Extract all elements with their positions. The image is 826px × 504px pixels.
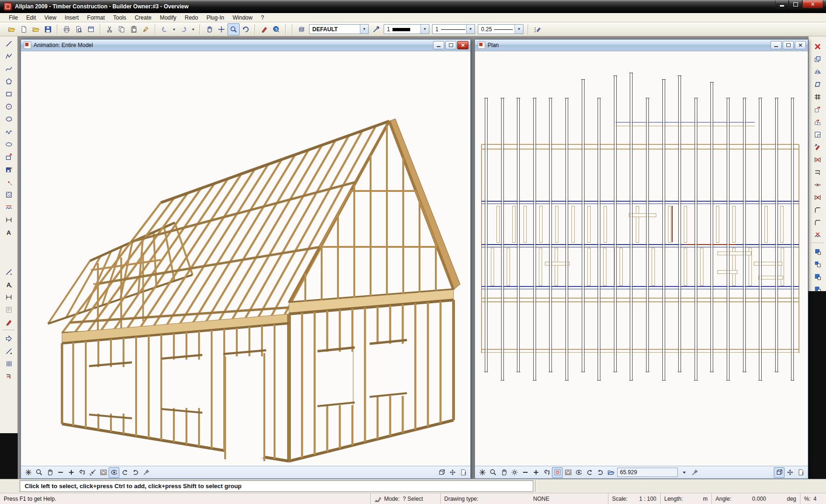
layers-icon[interactable]	[296, 23, 308, 35]
zoom-out-icon[interactable]	[520, 467, 530, 478]
stretch-line-icon[interactable]	[2, 345, 15, 357]
zoom-section-icon[interactable]	[488, 467, 498, 478]
page-arrange-icon[interactable]	[458, 467, 468, 478]
viewbox-icon[interactable]	[436, 467, 447, 478]
cut-icon[interactable]	[103, 23, 116, 35]
menu-tools[interactable]: Tools	[109, 14, 131, 22]
drawing-layout-icon[interactable]	[2, 303, 15, 316]
move-rect-icon[interactable]	[811, 103, 824, 116]
window-frame-icon[interactable]	[85, 23, 97, 35]
polyline-icon[interactable]	[2, 50, 15, 62]
point-icon[interactable]	[2, 176, 15, 188]
viewbox-icon[interactable]	[774, 467, 785, 478]
rotate-view-icon[interactable]	[240, 23, 252, 35]
redo-icon[interactable]	[178, 23, 190, 35]
spline-icon[interactable]	[2, 62, 15, 75]
menu-modify[interactable]: Modify	[156, 14, 180, 22]
dimension-icon[interactable]	[2, 213, 15, 226]
page-arrange-icon[interactable]	[795, 467, 806, 478]
menu-[interactable]: ?	[257, 14, 268, 22]
pan-icon[interactable]	[203, 23, 215, 35]
stretch-icon[interactable]	[811, 153, 824, 166]
zoom-icon[interactable]	[227, 23, 240, 35]
menu-view[interactable]: View	[40, 14, 61, 22]
delete-icon[interactable]	[811, 40, 824, 53]
move-element-icon[interactable]	[2, 332, 15, 345]
cloud-icon[interactable]	[2, 113, 15, 125]
menu-plugin[interactable]: Plug-In	[202, 14, 228, 22]
copy-icon[interactable]	[116, 23, 128, 35]
array-icon[interactable]	[811, 90, 824, 103]
rectangle-icon[interactable]	[2, 88, 15, 100]
parallel-icon[interactable]	[811, 166, 824, 178]
freehand-icon[interactable]	[2, 125, 15, 138]
open-folder-icon[interactable]	[30, 23, 42, 35]
animation-close-button[interactable]: ✕	[457, 41, 468, 49]
zoom-all-icon[interactable]	[87, 467, 98, 478]
zoom-in-icon[interactable]	[530, 467, 541, 478]
orbit-icon[interactable]	[109, 467, 119, 478]
undo-view-icon[interactable]	[584, 467, 595, 478]
new-document-icon[interactable]	[18, 23, 30, 35]
menu-redo[interactable]: Redo	[180, 14, 202, 22]
animation-restore-button[interactable]	[445, 41, 456, 49]
pen-red-icon[interactable]	[258, 23, 270, 35]
copy-element-icon[interactable]	[811, 53, 824, 65]
copy-rect-icon[interactable]	[811, 116, 824, 128]
projection-icon[interactable]	[98, 467, 109, 478]
import-symbol-icon[interactable]	[2, 150, 15, 163]
fillet-icon[interactable]	[811, 204, 824, 216]
zoom-in-icon[interactable]	[66, 467, 76, 478]
plan-window-titlebar[interactable]: Plan ✕	[475, 40, 808, 51]
redo-view-icon[interactable]	[595, 467, 606, 478]
status-scale[interactable]: Scale: 1 : 100	[608, 493, 660, 504]
previous-view-icon[interactable]	[76, 467, 87, 478]
draw-line-icon[interactable]	[2, 266, 15, 278]
hatch-icon[interactable]	[2, 188, 15, 201]
pen-thickness-select[interactable]: 1▼	[384, 24, 429, 34]
polygon-icon[interactable]	[2, 75, 15, 88]
axes-icon[interactable]	[447, 467, 458, 478]
pen-assign-icon[interactable]	[531, 23, 544, 35]
divide-icon[interactable]	[811, 178, 824, 191]
menu-file[interactable]: File	[5, 14, 22, 22]
pin-icon[interactable]	[689, 467, 700, 478]
line-type-select[interactable]: 1▼	[432, 24, 475, 34]
pattern-line-icon[interactable]	[2, 201, 15, 213]
save-symbol-icon[interactable]	[2, 163, 15, 176]
open-project-icon[interactable]	[6, 23, 18, 35]
paste-icon[interactable]	[128, 23, 140, 35]
region-icon[interactable]	[811, 128, 824, 141]
previous-view-icon[interactable]	[541, 467, 552, 478]
restore-button[interactable]	[789, 0, 802, 8]
brightness-icon[interactable]	[509, 467, 520, 478]
crosshair-icon[interactable]	[215, 23, 227, 35]
mirror-icon[interactable]	[811, 65, 824, 78]
zoom-out-icon[interactable]	[55, 467, 66, 478]
minimize-button[interactable]	[775, 0, 789, 8]
pen-width-select[interactable]: 0.25▼	[478, 24, 523, 34]
plan-minimize-button[interactable]	[771, 41, 782, 49]
animation-window-titlebar[interactable]: Animation: Entire Model ✕	[21, 40, 470, 51]
menu-create[interactable]: Create	[131, 14, 156, 22]
pen-modify-icon[interactable]	[2, 316, 15, 328]
status-angle[interactable]: Angle: 0.000 deg	[711, 493, 800, 504]
undo-view-icon[interactable]	[119, 467, 130, 478]
save-icon[interactable]	[42, 23, 54, 35]
multiple-lines-icon[interactable]	[2, 357, 15, 370]
layer-select[interactable]: DEFAULT▼	[309, 24, 369, 34]
circle-icon[interactable]	[2, 100, 15, 113]
plan-close-button[interactable]: ✕	[795, 41, 806, 49]
text-a-icon[interactable]: A	[2, 278, 15, 291]
redraw-icon[interactable]	[477, 467, 488, 478]
eyedropper-icon[interactable]	[370, 23, 382, 35]
plan-restore-button[interactable]	[783, 41, 794, 49]
delete-segment-icon[interactable]	[811, 229, 824, 241]
dropdown-icon[interactable]	[190, 23, 197, 35]
print-icon[interactable]	[61, 23, 73, 35]
chamfer-icon[interactable]	[811, 216, 824, 229]
redraw-icon[interactable]	[23, 467, 34, 478]
zoom-section-icon[interactable]	[34, 467, 44, 478]
menu-insert[interactable]: Insert	[61, 14, 83, 22]
pan-view-icon[interactable]	[498, 467, 509, 478]
